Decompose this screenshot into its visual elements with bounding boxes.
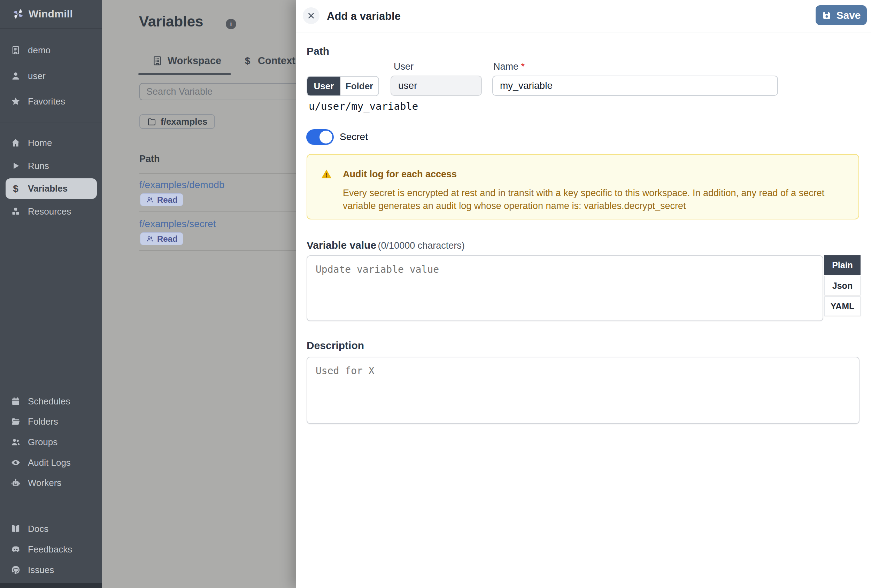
sidebar-item-label: user [28,71,46,82]
sidebar-item-favorites[interactable]: Favorites [0,91,102,111]
secret-toggle[interactable] [306,129,334,145]
robot-icon [10,477,21,488]
warning-body: Every secret is encrypted at rest and in… [343,187,844,212]
save-icon [822,10,832,21]
sidebar-item-label: Schedules [28,396,70,407]
user-field-label: User [394,61,413,72]
star-icon [10,96,21,106]
sidebar-item-runs[interactable]: Runs [0,156,102,176]
variable-name-input[interactable] [492,76,778,96]
github-icon [10,565,21,575]
sidebar-item-groups[interactable]: Groups [0,432,102,452]
eye-icon [10,457,21,468]
sidebar-item-user[interactable]: user [0,66,102,86]
sidebar-item-folders[interactable]: Folders [0,411,102,432]
page-title: Variables [139,13,203,30]
sidebar: Windmill demo user Favorites [0,0,102,588]
tab-workspace[interactable]: Workspace [152,55,221,67]
format-tab-yaml[interactable]: YAML [824,296,861,316]
owner-kind-toggle: User Folder [307,76,379,96]
row-divider [139,173,296,174]
access-badge: Read [140,232,183,245]
sidebar-item-label: Resources [28,206,71,217]
windmill-logo[interactable]: Windmill [0,0,102,28]
variable-path-link[interactable]: f/examples/secret [139,218,216,230]
building-icon [152,55,163,66]
search-input[interactable]: Search Variable [139,83,300,100]
format-tab-json[interactable]: Json [824,276,861,295]
sidebar-item-variables[interactable]: $ Variables [6,178,97,199]
folder-filter-chip[interactable]: f/examples [139,114,215,129]
drawer-header-divider [296,32,871,32]
windmill-logo-text: Windmill [28,8,73,20]
folder-open-icon [10,416,21,427]
book-icon [10,524,21,534]
row-divider [139,250,296,251]
sidebar-item-label: Audit Logs [28,457,71,468]
sidebar-item-issues[interactable]: Issues [0,560,102,580]
access-badge-label: Read [157,195,178,205]
secret-toggle-label: Secret [340,131,368,142]
description-heading: Description [307,340,364,352]
warning-title: Audit log for each access [343,169,457,180]
save-button[interactable]: Save [816,5,867,25]
name-field-label: Name * [493,61,525,72]
discord-icon [10,544,21,555]
variable-value-textarea[interactable] [307,255,823,321]
access-badge: Read [140,193,183,206]
sidebar-item-label: Home [28,138,52,148]
format-tab-plain[interactable]: Plain [824,255,861,275]
toggle-knob [319,131,332,144]
windmill-app: Variables i Workspace $ Context Search V… [0,0,871,588]
sidebar-item-docs[interactable]: Docs [0,519,102,539]
sidebar-item-label: demo [28,45,51,56]
value-section-heading: Variable value (0/10000 characters) [307,239,465,251]
add-variable-drawer: Add a variable Save Path User Name * Use… [296,0,871,588]
owner-folder-segment[interactable]: Folder [340,76,379,96]
warning-icon [320,168,332,180]
play-icon [10,161,21,171]
value-heading-text: Variable value [307,239,376,251]
access-badge-label: Read [157,234,178,244]
folder-icon [147,117,156,126]
sidebar-item-schedules[interactable]: Schedules [0,391,102,411]
drawer-title: Add a variable [327,10,401,22]
sidebar-item-label: Runs [28,161,49,171]
home-icon [10,138,21,148]
calendar-icon [10,396,21,407]
users-icon [146,235,154,243]
full-path-preview: u/user/my_variable [309,100,418,112]
sidebar-item-workers[interactable]: Workers [0,473,102,493]
tab-context[interactable]: $ Context [242,55,295,67]
user-icon [10,71,21,81]
description-textarea[interactable] [307,357,859,424]
sidebar-divider [0,123,102,123]
name-label-text: Name [493,61,518,72]
sidebar-item-label: Variables [28,183,67,194]
dollar-icon: $ [10,184,21,194]
save-button-label: Save [836,9,861,21]
close-icon [307,11,316,20]
path-section-heading: Path [307,45,329,57]
groups-icon [10,437,21,447]
info-icon[interactable]: i [226,19,236,29]
sidebar-bottom-strip [0,583,102,588]
folder-chip-label: f/examples [161,116,207,127]
sidebar-item-feedbacks[interactable]: Feedbacks [0,539,102,560]
audit-warning-box: Audit log for each access Every secret i… [307,154,859,220]
row-divider [139,211,296,212]
variable-path-link[interactable]: f/examples/demodb [139,180,224,190]
building-icon [10,45,21,55]
user-input[interactable] [391,76,482,96]
sidebar-item-home[interactable]: Home [0,133,102,153]
owner-user-segment[interactable]: User [307,76,340,96]
sidebar-item-resources[interactable]: Resources [0,201,102,221]
cubes-icon [10,206,21,217]
dollar-icon: $ [242,55,253,66]
sidebar-item-label: Feedbacks [28,544,72,555]
close-button[interactable] [303,7,319,24]
sidebar-item-audit-logs[interactable]: Audit Logs [0,452,102,473]
path-column-header: Path [139,154,160,165]
sidebar-item-workspace-demo[interactable]: demo [0,40,102,60]
sidebar-item-label: Groups [28,437,57,447]
